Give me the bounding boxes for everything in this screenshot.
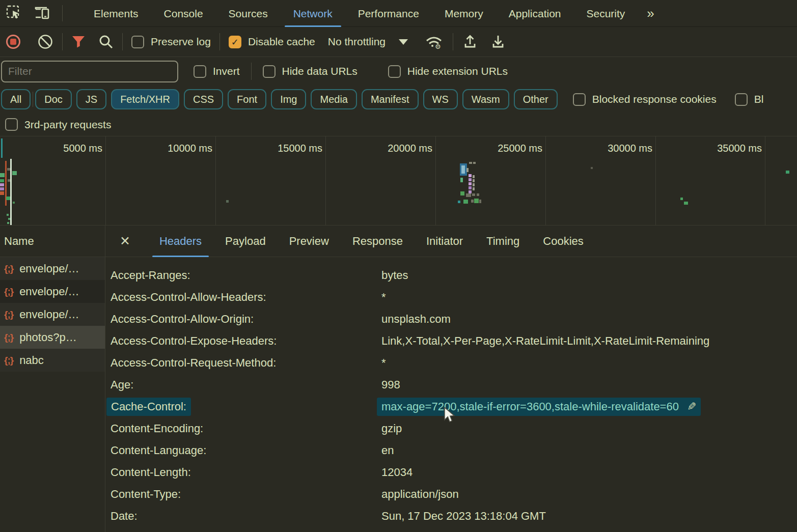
export-har-icon[interactable] [490,34,506,50]
waterfall-mark [473,175,475,178]
resource-type-chip[interactable]: JS [76,89,106,109]
detail-tab[interactable]: Cookies [531,226,595,257]
header-name: Date: [111,510,138,523]
search-icon[interactable] [98,34,114,49]
resource-type-chip[interactable]: Fetch/XHR [111,89,179,109]
resource-type-chip[interactable]: CSS [184,89,223,109]
tick-label: 30000 ms [576,143,652,154]
waterfall-mark [473,183,475,186]
hide-data-urls-checkbox[interactable]: Hide data URLs [263,65,358,78]
waterfall-mark [473,179,475,182]
tick-label: 10000 ms [136,143,212,154]
close-icon[interactable]: ✕ [116,234,134,248]
chevron-down-icon [399,39,408,45]
detail-tab[interactable]: Timing [475,226,531,257]
hide-extension-urls-checkbox[interactable]: Hide extension URLs [388,65,508,78]
name-column-header[interactable]: Name [0,226,105,257]
panel-tab[interactable]: Application [496,0,574,27]
panel-tab[interactable]: Performance [345,0,432,27]
svg-text:⚙: ⚙ [435,43,441,50]
waterfall-mark [466,168,469,172]
inspect-element-icon[interactable] [6,5,22,21]
response-header-row: Access-Control-Allow-Origin: unsplash.co… [105,308,797,330]
request-details-panel: ✕ HeadersPayloadPreviewResponseInitiator… [105,226,797,532]
detail-tab[interactable]: Preview [278,226,341,257]
network-overview-timeline[interactable]: 5000 ms 10000 ms 15000 ms 20000 ms 25000… [0,136,797,226]
panel-tab[interactable]: Sources [216,0,281,27]
panel-tab[interactable]: Security [573,0,638,27]
detail-tab[interactable]: Initiator [415,226,475,257]
header-value[interactable]: Sun, 17 Dec 2023 13:18:04 GMT [381,510,546,523]
waterfall-mark [473,187,475,190]
header-value[interactable]: gzip [381,422,402,435]
waterfall-mark [680,198,683,200]
throttling-value: No throttling [328,36,386,48]
resource-type-chip[interactable]: Wasm [462,89,509,109]
json-file-icon: {;} [4,286,13,297]
filter-row: Invert Hide data URLs Hide extension URL… [0,57,797,86]
waterfall-mark [786,171,789,174]
network-conditions-icon[interactable]: ⚙ [424,34,444,50]
request-row[interactable]: {;} envelope/… [0,280,105,303]
resource-type-chip[interactable]: Media [311,89,356,109]
resource-type-chip[interactable]: All [1,89,31,109]
clear-network-log-icon[interactable] [37,34,53,50]
filter-input[interactable] [1,61,178,82]
more-tabs-icon[interactable]: » [638,6,663,21]
throttling-dropdown[interactable]: No throttling [328,36,408,48]
panel-tab[interactable]: Network [281,0,345,27]
request-row[interactable]: {;} envelope/… [0,257,105,280]
resource-type-chip[interactable]: WS [423,89,458,109]
invert-checkbox[interactable]: Invert [194,65,240,78]
detail-tab[interactable]: Payload [213,226,278,257]
preserve-log-checkbox[interactable]: Preserve log [131,36,211,48]
waterfall-mark [591,167,593,169]
header-value[interactable]: 998 [381,378,400,391]
tick-label: 25000 ms [466,143,542,154]
panel-tab[interactable]: Elements [81,0,151,27]
blocked-response-cookies-checkbox[interactable]: Blocked response cookies [573,93,717,106]
blocked-requests-checkbox[interactable]: Bl [735,93,764,106]
header-value[interactable]: 12034 [381,466,413,479]
disable-cache-checkbox[interactable]: Disable cache [229,36,315,48]
gridline [325,136,326,225]
detail-tab[interactable]: Headers [148,226,213,257]
tick-label: 20000 ms [356,143,432,154]
header-value[interactable]: max-age=7200,stale-if-error=3600,stale-w… [377,398,701,416]
device-toolbar-icon[interactable] [34,5,51,21]
panel-tab[interactable]: Memory [432,0,496,27]
detail-tab[interactable]: Response [341,226,415,257]
edit-pencil-icon[interactable]: ✎ [687,400,696,413]
third-party-requests-checkbox[interactable]: 3rd-party requests [5,118,111,131]
filter-icon[interactable] [71,35,86,49]
resource-type-chip[interactable]: Img [271,89,306,109]
header-value[interactable]: * [381,291,386,304]
preserve-log-checkbox-box[interactable] [131,36,144,48]
record-network-log-icon[interactable] [5,34,21,50]
waterfall-mark [460,191,464,195]
request-row[interactable]: {;} photos?p… [0,326,105,349]
waterfall-mark [0,187,4,190]
header-value[interactable]: application/json [381,488,459,501]
disable-cache-checkbox-box[interactable] [229,36,241,48]
header-value[interactable]: en [381,444,394,457]
header-value[interactable]: unsplash.com [381,313,451,326]
header-value[interactable]: bytes [381,269,408,282]
resource-type-chip[interactable]: Font [228,89,266,109]
third-party-row: 3rd-party requests [0,113,797,136]
resource-type-chip[interactable]: Doc [35,89,72,109]
resource-type-chips: AllDocJSFetch/XHRCSSFontImgMediaManifest… [0,89,558,109]
header-value[interactable]: Link,X-Total,X-Per-Page,X-RateLimit-Limi… [381,334,709,348]
resource-type-chip[interactable]: Other [514,89,558,109]
import-har-icon[interactable] [462,34,478,50]
request-row[interactable]: {;} envelope/… [0,303,105,326]
resource-type-chip[interactable]: Manifest [362,89,419,109]
waterfall-mark [0,173,5,177]
waterfall-mark [8,218,10,220]
waterfall-mark [471,200,474,203]
response-header-row: Content-Type: application/json [105,483,797,505]
panel-tab[interactable]: Console [151,0,216,27]
header-value[interactable]: * [381,356,386,370]
request-row[interactable]: {;} nabc [0,349,105,372]
gridline [655,136,656,225]
